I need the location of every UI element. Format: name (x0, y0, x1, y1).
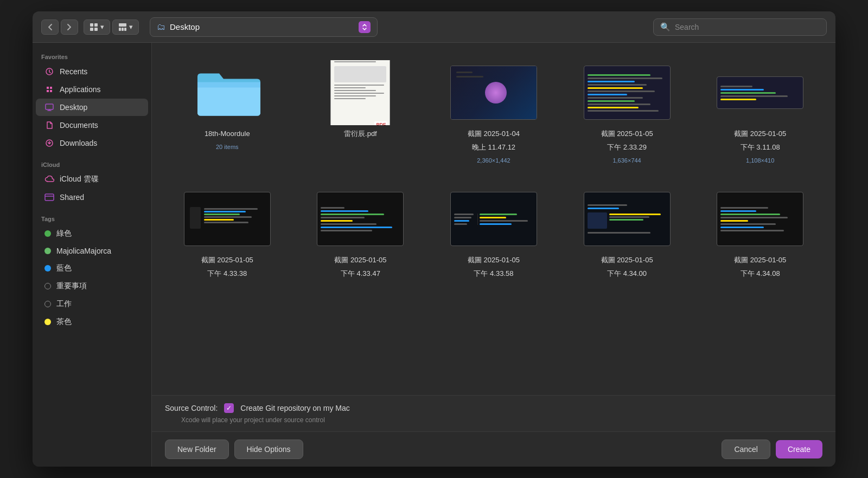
doc-icon (44, 120, 54, 130)
empty-dot2 (44, 301, 51, 307)
file-grid: 18th-Moordule 20 items (152, 43, 835, 395)
gallery-view-button[interactable]: ▾ (112, 20, 139, 35)
file-thumbnail (450, 60, 537, 125)
sidebar-item-tag-majolica[interactable]: MajolicaMajorca (36, 243, 148, 259)
folder-icon: 🗂 (157, 22, 165, 32)
screenshot-content (584, 202, 670, 236)
file-thumbnail (184, 60, 271, 125)
sidebar: Favorites Recents Applications (33, 43, 152, 467)
file-thumbnail (184, 186, 271, 251)
file-name: 截圖 2025-01-05 (201, 256, 253, 265)
sidebar-item-label: Downloads (60, 139, 97, 147)
file-meta: 1,108×410 (746, 157, 774, 165)
icloud-label: iCloud (33, 157, 151, 170)
sidebar-item-label: 藍色 (56, 263, 72, 273)
save-dialog: ▾ ▾ 🗂 Desktop (33, 11, 835, 467)
sidebar-item-tag-work[interactable]: 工作 (36, 295, 148, 313)
svg-rect-4 (119, 23, 126, 27)
create-button[interactable]: Create (776, 440, 822, 458)
green2-dot (44, 248, 51, 254)
screenshot-preview (584, 192, 671, 246)
file-name2: 下午 4.33.47 (341, 269, 380, 279)
shared-icon (44, 192, 54, 202)
icon-view-button[interactable]: ▾ (84, 20, 110, 35)
sidebar-item-recents[interactable]: Recents (36, 63, 148, 80)
list-item[interactable]: 截圖 2025-01-05 下午 4.34.08 (698, 182, 822, 283)
cancel-button[interactable]: Cancel (722, 440, 770, 459)
svg-rect-6 (122, 28, 124, 31)
file-thumbnail (584, 60, 671, 125)
source-control-label: Source Control: (165, 404, 218, 412)
file-name: 截圖 2025-01-05 (468, 256, 520, 265)
search-icon: 🔍 (660, 22, 671, 32)
sidebar-item-label: iCloud 雲碟 (60, 175, 99, 184)
file-name: 截圖 2025-01-05 (734, 256, 786, 265)
content-area: 18th-Moordule 20 items (152, 43, 835, 467)
list-item[interactable]: 截圖 2025-01-05 下午 2.33.29 1,636×744 (565, 56, 690, 169)
bottom-buttons: New Folder Hide Options Cancel Create (152, 431, 835, 467)
chevron-down-icon: ▾ (100, 23, 104, 31)
sidebar-item-downloads[interactable]: Downloads (36, 134, 148, 152)
screenshot-preview (317, 192, 404, 246)
file-name2: 下午 2.33.29 (607, 143, 647, 152)
desktop-icon (44, 102, 54, 112)
cloud-icon (44, 175, 54, 184)
download-icon (44, 138, 54, 148)
list-item[interactable]: 截圖 2025-01-05 下午 4.33.58 (431, 182, 556, 283)
sidebar-item-label: Applications (60, 85, 101, 94)
file-meta: 1,636×744 (612, 157, 641, 165)
sidebar-item-tag-green[interactable]: 綠色 (36, 225, 148, 242)
search-input[interactable] (675, 23, 820, 31)
svg-rect-11 (45, 194, 54, 201)
clock-icon (44, 67, 54, 76)
sidebar-item-applications[interactable]: Applications (36, 81, 148, 98)
screenshot-preview (717, 192, 803, 246)
list-item[interactable]: 截圖 2025-01-04 晚上 11.47.12 2,360×1,442 (431, 56, 556, 169)
main-area: Favorites Recents Applications (33, 43, 835, 467)
svg-rect-5 (119, 28, 121, 31)
file-thumbnail (450, 186, 537, 251)
sidebar-item-icloud-drive[interactable]: iCloud 雲碟 (36, 171, 148, 188)
git-checkbox[interactable]: ✓ (224, 403, 234, 413)
file-name2: 下午 4.34.08 (741, 269, 780, 279)
file-thumbnail (584, 186, 671, 251)
folder-svg-icon (192, 64, 263, 121)
list-item[interactable]: 截圖 2025-01-05 下午 3.11.08 1,108×410 (698, 56, 822, 169)
file-name: 18th-Moordule (205, 130, 250, 139)
new-folder-button[interactable]: New Folder (165, 440, 229, 459)
sidebar-item-label: 茶色 (56, 317, 72, 327)
sidebar-item-documents[interactable]: Documents (36, 117, 148, 134)
list-item[interactable]: 截圖 2025-01-05 下午 4.34.00 (565, 182, 690, 283)
sidebar-item-desktop[interactable]: Desktop (36, 99, 148, 116)
git-hint: Xcode will place your project under sour… (181, 416, 822, 424)
file-name: 截圖 2025-01-05 (734, 130, 786, 139)
screenshot-content (717, 205, 803, 234)
sidebar-item-label: Recents (60, 67, 87, 76)
sidebar-item-tag-yellow[interactable]: 茶色 (36, 313, 148, 331)
screenshot-preview (450, 66, 537, 120)
screenshot-content (584, 72, 670, 114)
list-item[interactable]: 18th-Moordule 20 items (165, 56, 290, 169)
list-item[interactable]: 截圖 2025-01-05 下午 4.33.38 (165, 182, 290, 283)
file-name: 截圖 2025-01-05 (601, 256, 653, 265)
file-name: 截圖 2025-01-05 (334, 256, 386, 265)
sidebar-item-label: MajolicaMajorca (56, 247, 111, 255)
file-thumbnail (317, 186, 404, 251)
list-item[interactable]: PDF 雷衍辰.pdf (298, 56, 423, 169)
sidebar-item-tag-blue[interactable]: 藍色 (36, 260, 148, 277)
list-item[interactable]: 截圖 2025-01-05 下午 4.33.47 (298, 182, 423, 283)
sidebar-item-label: Shared (60, 193, 84, 202)
sidebar-item-shared[interactable]: Shared (36, 189, 148, 206)
location-bar[interactable]: 🗂 Desktop (150, 17, 378, 37)
file-name2: 晚上 11.47.12 (472, 143, 515, 152)
svg-rect-9 (46, 104, 53, 109)
sidebar-item-tag-important[interactable]: 重要事項 (36, 277, 148, 295)
hide-options-button[interactable]: Hide Options (234, 440, 303, 459)
blue-dot (44, 265, 51, 272)
forward-button[interactable] (61, 20, 78, 35)
nav-buttons (41, 20, 78, 35)
back-button[interactable] (41, 20, 59, 35)
search-bar[interactable]: 🔍 (653, 18, 827, 36)
location-stepper[interactable] (359, 21, 371, 33)
file-thumbnail (717, 60, 803, 125)
